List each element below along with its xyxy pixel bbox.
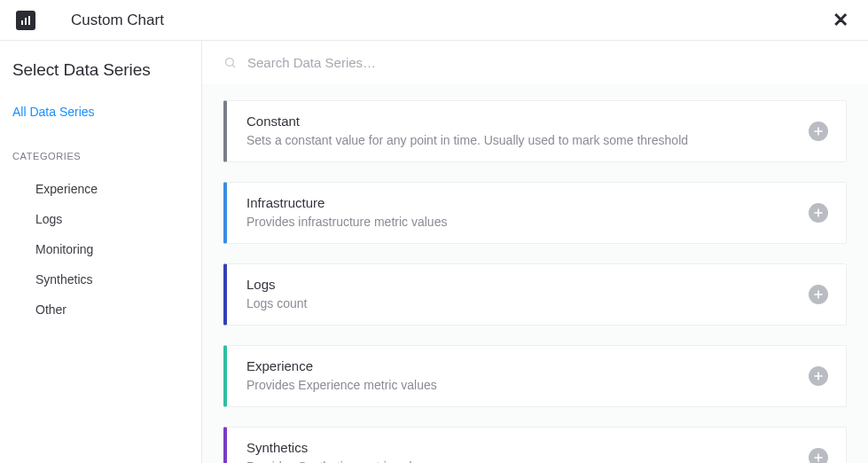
svg-rect-2 <box>28 16 30 25</box>
series-title: Logs <box>246 277 809 292</box>
plus-icon <box>814 453 823 462</box>
plus-icon <box>814 208 823 217</box>
plus-icon <box>814 127 823 136</box>
plus-icon <box>814 372 823 381</box>
series-card-text: Experience Provides Experience metric va… <box>246 358 809 394</box>
add-series-button[interactable] <box>809 448 828 464</box>
main-panel: Constant Sets a constant value for any p… <box>202 41 868 463</box>
sidebar-item-logs[interactable]: Logs <box>12 204 189 234</box>
series-desc: Provides Synthetics metric values <box>246 459 809 463</box>
series-card-text: Infrastructure Provides infrastructure m… <box>246 195 809 231</box>
series-card-text: Constant Sets a constant value for any p… <box>246 114 809 149</box>
modal-title: Custom Chart <box>71 12 164 29</box>
sidebar-item-monitoring[interactable]: Monitoring <box>12 234 189 264</box>
svg-rect-1 <box>25 18 27 25</box>
add-series-button[interactable] <box>809 285 828 304</box>
series-list: Constant Sets a constant value for any p… <box>202 84 868 463</box>
sidebar-categories-header: CATEGORIES <box>12 151 189 161</box>
series-card-experience[interactable]: Experience Provides Experience metric va… <box>223 345 847 407</box>
series-title: Synthetics <box>246 440 809 455</box>
sidebar-item-synthetics[interactable]: Synthetics <box>12 264 189 294</box>
series-title: Infrastructure <box>246 195 809 210</box>
modal-header: Custom Chart ✕ <box>0 0 868 41</box>
sidebar-item-other[interactable]: Other <box>12 294 189 325</box>
series-desc: Provides infrastructure metric values <box>246 214 809 231</box>
sidebar-item-experience[interactable]: Experience <box>12 174 189 204</box>
svg-line-4 <box>232 65 235 67</box>
series-card-constant[interactable]: Constant Sets a constant value for any p… <box>223 100 847 162</box>
series-title: Experience <box>246 358 809 373</box>
series-card-text: Synthetics Provides Synthetics metric va… <box>246 440 809 463</box>
series-card-infrastructure[interactable]: Infrastructure Provides infrastructure m… <box>223 182 847 244</box>
sidebar: Select Data Series All Data Series CATEG… <box>0 41 202 463</box>
svg-point-3 <box>226 59 234 67</box>
search-icon <box>223 56 237 69</box>
close-icon[interactable]: ✕ <box>829 5 852 35</box>
chart-icon <box>16 11 35 30</box>
sidebar-title: Select Data Series <box>12 60 189 80</box>
svg-rect-0 <box>21 20 23 25</box>
search-input[interactable] <box>247 55 847 70</box>
sidebar-all-data-series[interactable]: All Data Series <box>12 105 189 119</box>
search-bar <box>202 41 868 84</box>
add-series-button[interactable] <box>809 366 828 386</box>
series-card-text: Logs Logs count <box>246 277 809 312</box>
plus-icon <box>814 290 823 299</box>
series-desc: Provides Experience metric values <box>246 377 809 394</box>
series-card-logs[interactable]: Logs Logs count <box>223 263 847 326</box>
series-desc: Logs count <box>246 295 809 312</box>
series-title: Constant <box>246 114 809 129</box>
series-desc: Sets a constant value for any point in t… <box>246 132 809 149</box>
add-series-button[interactable] <box>809 203 828 223</box>
series-card-synthetics[interactable]: Synthetics Provides Synthetics metric va… <box>223 427 847 463</box>
add-series-button[interactable] <box>809 122 828 141</box>
modal-body: Select Data Series All Data Series CATEG… <box>0 41 868 463</box>
